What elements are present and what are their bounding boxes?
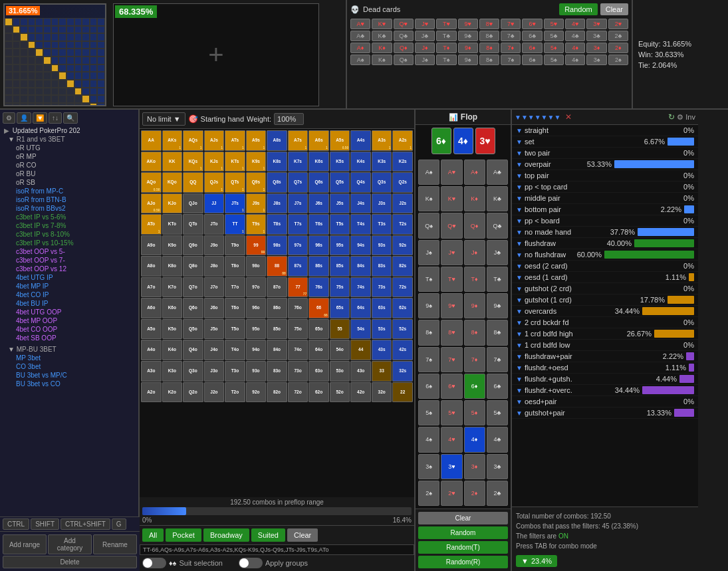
- matrix-cell-k8o[interactable]: K8o: [162, 256, 183, 277]
- matrix-cell-q8s[interactable]: Q8s: [267, 172, 287, 193]
- dead-card-7d[interactable]: 7♦: [501, 43, 521, 53]
- flop-card-49830[interactable]: 4♦: [464, 427, 485, 452]
- stats-row-1-crd-bdfd-low[interactable]: ▼1 crd bdfd low0%: [512, 340, 698, 351]
- add-range-btn[interactable]: Add range: [3, 534, 47, 554]
- filter-icon-16[interactable]: ▼: [516, 308, 523, 315]
- flop-card-89827[interactable]: 8♣: [487, 320, 508, 345]
- matrix-cell-t5s[interactable]: T5s: [330, 214, 350, 235]
- dead-card-3d[interactable]: 3♦: [586, 43, 606, 53]
- filter-icon-1[interactable]: ▼: [516, 138, 523, 146]
- flop-card-69827[interactable]: 6♣: [487, 374, 508, 399]
- dead-card-Jc[interactable]: J♣: [415, 31, 435, 41]
- matrix-cell-85o[interactable]: 85o: [267, 319, 287, 340]
- matrix-cell-98o[interactable]: 98o: [246, 256, 267, 277]
- matrix-cell-t8s[interactable]: T8s: [267, 214, 287, 235]
- matrix-cell-q9s[interactable]: Q9s1: [246, 172, 267, 193]
- stats-row-2-crd-bckdr-fd[interactable]: ▼2 crd bckdr fd0%: [512, 317, 698, 328]
- all-btn[interactable]: All: [142, 528, 164, 542]
- groups-toggle[interactable]: [239, 558, 263, 568]
- matrix-cell-85s[interactable]: 85s: [330, 256, 350, 277]
- matrix-cell-a2o[interactable]: A2o: [141, 382, 162, 403]
- dead-card-9h[interactable]: 9♥: [458, 19, 478, 29]
- dead-card-Qs[interactable]: Q♠: [394, 55, 414, 65]
- matrix-cell-kk[interactable]: KK: [162, 152, 183, 172]
- gear-icon[interactable]: ⚙: [677, 113, 683, 122]
- dead-card-Ac[interactable]: A♣: [350, 31, 370, 41]
- flop-card-99827[interactable]: 9♣: [487, 293, 508, 318]
- tree-leaf-or-utg[interactable]: oR UTG: [8, 144, 136, 152]
- matrix-cell-q4o[interactable]: Q4o: [183, 340, 203, 360]
- filter-icon-21[interactable]: ▼: [516, 364, 523, 372]
- dead-card-9c[interactable]: 9♣: [458, 31, 478, 41]
- no-limit-dropdown[interactable]: No limit ▼: [142, 112, 185, 126]
- matrix-cell-qjs[interactable]: QJs1: [204, 172, 225, 193]
- matrix-cell-t9o[interactable]: T9o: [225, 235, 245, 256]
- matrix-cell-99[interactable]: 9999: [246, 235, 267, 256]
- matrix-cell-93s[interactable]: 93s: [372, 235, 392, 256]
- matrix-cell-22[interactable]: 22: [392, 382, 413, 403]
- matrix-cell-j7o[interactable]: J7o: [204, 277, 225, 298]
- flop-card-29824[interactable]: 2♠: [418, 481, 439, 506]
- flop-card-79827[interactable]: 7♣: [487, 347, 508, 372]
- stats-row-pp--board[interactable]: ▼pp < board0%: [512, 215, 698, 227]
- matrix-cell-74o[interactable]: 74o: [288, 340, 308, 360]
- pocket-btn[interactable]: Pocket: [166, 528, 201, 542]
- matrix-cell-63o[interactable]: 63o: [308, 361, 329, 382]
- matrix-cell-q7s[interactable]: Q7s: [288, 172, 308, 193]
- dead-card-8h[interactable]: 8♥: [479, 19, 499, 29]
- tree-leaf-4bet-utg-oop[interactable]: 4bet UTG OOP: [8, 308, 136, 316]
- matrix-cell-k6o[interactable]: K6o: [162, 298, 183, 318]
- flop-card-99824[interactable]: 9♠: [418, 293, 439, 318]
- matrix-cell-96o[interactable]: 96o: [246, 298, 267, 318]
- matrix-cell-j2o[interactable]: J2o: [204, 382, 225, 403]
- matrix-cell-a9s[interactable]: A9s1: [246, 130, 267, 151]
- matrix-cell-a5s[interactable]: A5s0.50: [330, 130, 350, 151]
- matrix-cell-q9o[interactable]: Q9o: [183, 235, 203, 256]
- matrix-cell-q8o[interactable]: Q8o: [183, 256, 203, 277]
- stats-row-oesd-2-card[interactable]: ▼oesd (2 card)0%: [512, 261, 698, 272]
- matrix-cell-k4s[interactable]: K4s: [350, 152, 371, 172]
- flop-card-79830[interactable]: 7♦: [464, 347, 485, 372]
- dead-card-Qh[interactable]: Q♥: [394, 19, 414, 29]
- flop-card-59830[interactable]: 5♦: [464, 400, 485, 425]
- matrix-cell-66[interactable]: 6666: [308, 298, 329, 318]
- suit-toggle[interactable]: [142, 558, 166, 568]
- matrix-cell-72o[interactable]: 72o: [288, 382, 308, 403]
- flop-card-49824[interactable]: 4♠: [418, 427, 439, 452]
- matrix-cell-86s[interactable]: 86s: [308, 256, 329, 277]
- matrix-cell-tt[interactable]: TT1: [225, 214, 245, 235]
- matrix-cell-ato[interactable]: ATo1: [141, 214, 162, 235]
- matrix-cell-j5o[interactable]: J5o: [204, 319, 225, 340]
- dead-card-9d[interactable]: 9♦: [458, 43, 478, 53]
- dead-card-3h[interactable]: 3♥: [586, 19, 606, 29]
- dead-card-Kd[interactable]: K♦: [372, 43, 392, 53]
- tree-leaf-c3bet-oop-vs-12[interactable]: c3bet OOP vs 12: [8, 265, 136, 273]
- flop-random-r-btn[interactable]: Random(R): [418, 556, 508, 568]
- matrix-cell-32s[interactable]: 32s: [392, 361, 413, 382]
- dead-card-Qc[interactable]: Q♣: [394, 31, 414, 41]
- matrix-cell-ajo[interactable]: AJo0.50: [141, 193, 162, 214]
- tree-leaf-4bet-utg-ip[interactable]: 4bet UTG IP: [8, 273, 136, 282]
- tree-leaf-or-co[interactable]: oR CO: [8, 161, 136, 170]
- flop-card-79829[interactable]: 7♥: [441, 347, 462, 372]
- matrix-cell-kqs[interactable]: KQs1: [183, 152, 203, 172]
- tree-root-item[interactable]: ▶ Updated PokerPro 202: [3, 126, 136, 135]
- flop-card-Q9829[interactable]: Q♥: [441, 213, 462, 238]
- filter-icon-10[interactable]: ▼: [516, 240, 523, 247]
- dead-card-2d[interactable]: 2♦: [608, 43, 628, 53]
- matrix-cell-k3s[interactable]: K3s: [372, 152, 392, 172]
- flop-card-T9829[interactable]: T♥: [441, 267, 462, 292]
- matrix-cell-76o[interactable]: 76o: [288, 298, 308, 318]
- flop-random-btn[interactable]: Random: [418, 526, 508, 539]
- matrix-cell-t7s[interactable]: T7s: [288, 214, 308, 235]
- dead-card-Jd[interactable]: J♦: [415, 43, 435, 53]
- filter-icon-0[interactable]: ▼: [516, 127, 523, 134]
- dead-card-5d[interactable]: 5♦: [544, 43, 564, 53]
- matrix-cell-t2o[interactable]: T2o: [225, 382, 245, 403]
- matrix-cell-j5s[interactable]: J5s: [330, 193, 350, 214]
- matrix-cell-t4s[interactable]: T4s: [350, 214, 371, 235]
- flop-card-29830[interactable]: 2♦: [464, 481, 485, 506]
- flop-card-grid[interactable]: A♠A♥A♦A♣K♠K♥K♦K♣Q♠Q♥Q♦Q♣J♠J♥J♦J♣T♠T♥T♦T♣…: [416, 157, 511, 509]
- filter-icon-22[interactable]: ▼: [516, 376, 523, 383]
- matrix-cell-a9o[interactable]: A9o: [141, 235, 162, 256]
